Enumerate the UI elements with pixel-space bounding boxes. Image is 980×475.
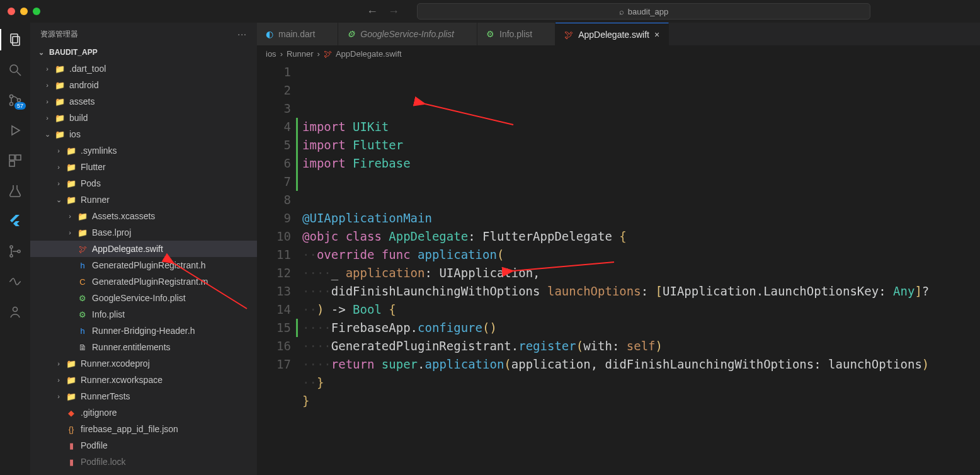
editor-tab[interactable]: 🕊AppDelegate.swift× <box>556 23 669 45</box>
file-name: .symlinks <box>81 146 117 156</box>
breadcrumb[interactable]: ios› Runner› 🕊 AppDelegate.swift <box>257 45 980 62</box>
file-icon: 📁 <box>66 359 77 369</box>
tree-item[interactable]: ⌄📁Runner <box>30 192 257 208</box>
file-name: Podfile <box>81 440 108 450</box>
debug-icon[interactable] <box>7 122 23 139</box>
titlebar: ← → ⌕ baudit_app <box>0 0 980 23</box>
svg-point-6 <box>18 99 21 102</box>
file-name: Runner <box>81 195 110 205</box>
account-icon[interactable] <box>7 304 23 320</box>
tree-item[interactable]: 🕊AppDelegate.swift <box>30 241 257 257</box>
tree-item[interactable]: hGeneratedPluginRegistrant.h <box>30 257 257 273</box>
code-lines[interactable]: import UIKitimport Flutterimport Firebas… <box>302 62 980 475</box>
tree-item[interactable]: ›📁Base.lproj <box>30 224 257 241</box>
file-icon: 🗎 <box>77 343 88 352</box>
extensions-icon[interactable] <box>7 152 23 169</box>
close-window-icon[interactable] <box>8 8 15 15</box>
tree-item[interactable]: ›📁android <box>30 77 257 93</box>
git-graph-icon[interactable] <box>7 243 23 260</box>
nav-forward-icon[interactable]: → <box>388 5 399 18</box>
file-name: build <box>69 113 88 123</box>
tree-item[interactable]: ›📁.dart_tool <box>30 60 257 77</box>
line-number: 7 <box>257 173 291 191</box>
tree-item[interactable]: ⚙Info.plist <box>30 306 257 323</box>
line-number: 16 <box>257 337 291 355</box>
code-line: ····FirebaseApp.configure() <box>302 319 980 337</box>
editor-tabs: ◐main.dart⚙GoogleService-Info.plist⚙Info… <box>257 23 980 45</box>
file-name: GeneratedPluginRegistrant.m <box>92 277 208 287</box>
explorer-icon[interactable] <box>7 31 23 48</box>
editor-tab[interactable]: ⚙GoogleService-Info.plist <box>338 23 477 45</box>
chevron-icon: › <box>54 376 63 384</box>
file-name: RunnerTests <box>81 391 130 401</box>
test-icon[interactable] <box>7 183 23 199</box>
flutter-icon[interactable] <box>7 213 23 229</box>
file-name: android <box>69 80 99 90</box>
tree-item[interactable]: ›📁.symlinks <box>30 142 257 159</box>
tree-item[interactable]: CGeneratedPluginRegistrant.m <box>30 273 257 290</box>
chevron-down-icon: ⌄ <box>37 49 45 57</box>
line-number: 2 <box>257 81 291 100</box>
tree-item[interactable]: ›📁Assets.xcassets <box>30 208 257 224</box>
crumb-2: AppDelegate.swift <box>336 49 402 59</box>
file-icon: 📁 <box>54 113 66 123</box>
minimize-window-icon[interactable] <box>20 8 28 15</box>
nav-back-icon[interactable]: ← <box>367 5 378 18</box>
file-icon: C <box>77 277 88 287</box>
chevron-icon: › <box>54 147 63 154</box>
tree-item[interactable]: 🗎Runner.entitlements <box>30 339 257 355</box>
svg-rect-1 <box>13 37 20 45</box>
wave-icon[interactable] <box>7 273 23 290</box>
file-icon: h <box>77 261 88 270</box>
editor-tab[interactable]: ⚙Info.plist <box>477 23 556 45</box>
tree-item[interactable]: ⚙GoogleService-Info.plist <box>30 290 257 306</box>
tree-item[interactable]: {}firebase_app_id_file.json <box>30 421 257 437</box>
tab-label: Info.plist <box>499 29 532 39</box>
tree-item[interactable]: ›📁Pods <box>30 175 257 192</box>
tree-item[interactable]: ◆.gitignore <box>30 404 257 421</box>
file-name: Info.plist <box>92 309 125 319</box>
file-name: Assets.xcassets <box>92 211 155 221</box>
svg-rect-9 <box>16 155 21 160</box>
file-icon: 📁 <box>66 392 77 401</box>
file-icon: ▮ <box>66 441 77 450</box>
svg-point-14 <box>13 307 18 312</box>
tree-item[interactable]: hRunner-Bridging-Header.h <box>30 323 257 339</box>
project-root[interactable]: ⌄ BAUDIT_APP <box>30 45 257 59</box>
command-center[interactable]: ⌕ baudit_app <box>417 3 870 20</box>
tree-item[interactable]: ›📁build <box>30 110 257 126</box>
project-name: BAUDIT_APP <box>49 48 98 57</box>
tree-item[interactable]: ⌄📁ios <box>30 126 257 142</box>
file-icon: 📁 <box>66 179 77 188</box>
tree-item[interactable]: ▮Podfile.lock <box>30 454 257 470</box>
scm-icon[interactable]: 57 <box>7 92 23 108</box>
maximize-window-icon[interactable] <box>33 8 40 15</box>
svg-point-13 <box>18 250 20 253</box>
svg-point-5 <box>10 103 13 106</box>
file-name: Runner.entitlements <box>92 342 171 352</box>
file-name: Podfile.lock <box>81 457 126 467</box>
tree-item[interactable]: ›📁Runner.xcworkspace <box>30 372 257 388</box>
line-number: 8 <box>257 191 291 209</box>
file-icon: 📁 <box>54 81 66 90</box>
editor-tab[interactable]: ◐main.dart <box>257 23 338 45</box>
more-icon[interactable]: ··· <box>237 29 247 39</box>
tree-item[interactable]: ›📁Flutter <box>30 159 257 175</box>
tree-item[interactable]: ›📁assets <box>30 93 257 110</box>
tree-item[interactable]: ▮Podfile <box>30 437 257 454</box>
svg-marker-7 <box>12 126 20 135</box>
code-editor[interactable]: 1234567891011121314151617 import UIKitim… <box>257 62 980 475</box>
tree-item[interactable]: ›📁Runner.xcodeproj <box>30 355 257 372</box>
close-icon[interactable]: × <box>654 30 659 40</box>
tab-file-icon: 🕊 <box>564 30 573 40</box>
editor-pane: ◐main.dart⚙GoogleService-Info.plist⚙Info… <box>257 23 980 475</box>
search-activity-icon[interactable] <box>7 62 23 78</box>
tree-item[interactable]: ›📁RunnerTests <box>30 388 257 404</box>
chevron-icon: › <box>66 212 74 220</box>
file-tree: ›📁.dart_tool›📁android›📁assets›📁build⌄📁io… <box>30 59 257 470</box>
line-number: 1 <box>257 63 291 81</box>
svg-line-3 <box>17 72 21 76</box>
file-icon: {} <box>66 425 77 434</box>
search-icon: ⌕ <box>619 7 624 16</box>
file-name: Runner.xcodeproj <box>81 358 150 369</box>
